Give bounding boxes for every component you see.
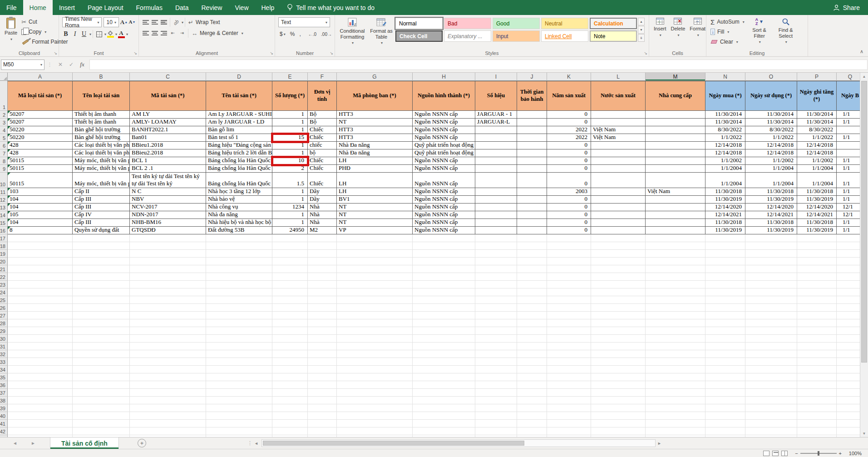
row-header-1[interactable]: 1 bbox=[0, 81, 8, 111]
cell-J39[interactable] bbox=[517, 404, 547, 412]
cell-D20[interactable] bbox=[206, 258, 272, 265]
cell-L37[interactable] bbox=[591, 389, 646, 397]
cell-N23[interactable] bbox=[705, 281, 745, 288]
cell-A3[interactable]: 50207 bbox=[8, 119, 73, 126]
cell-B28[interactable] bbox=[73, 319, 130, 327]
row-header-4[interactable]: 4 bbox=[0, 126, 8, 134]
clear-button[interactable]: Clear▾ bbox=[709, 37, 746, 47]
cell-J30[interactable] bbox=[517, 335, 547, 343]
cell-F11[interactable]: Dãy bbox=[308, 188, 337, 196]
cell-E33[interactable] bbox=[272, 358, 308, 366]
cell-F24[interactable] bbox=[308, 288, 337, 296]
cell-B9[interactable]: Máy móc, thiết bị văn p bbox=[73, 165, 130, 173]
row-header-6[interactable]: 6 bbox=[0, 142, 8, 149]
cell-L14[interactable] bbox=[591, 211, 646, 219]
cell-B6[interactable]: Các loại thiết bị văn ph bbox=[73, 142, 130, 149]
cell-K5[interactable]: 2022 bbox=[547, 134, 591, 142]
cell-C20[interactable] bbox=[130, 258, 206, 265]
cell-N32[interactable] bbox=[705, 350, 745, 358]
highlighted-cell-E5[interactable]: 15 bbox=[272, 134, 308, 142]
cell-N33[interactable] bbox=[705, 358, 745, 366]
cell-N36[interactable] bbox=[705, 381, 745, 389]
cell-P42[interactable] bbox=[797, 427, 837, 435]
paste-button[interactable]: Paste ▾ bbox=[2, 17, 20, 42]
cell-F18[interactable] bbox=[308, 242, 337, 250]
cell-L7[interactable] bbox=[591, 149, 646, 157]
cell-E9[interactable]: 2 bbox=[272, 165, 308, 173]
cell-N7[interactable]: 12/14/2018 bbox=[705, 149, 745, 157]
cell-O35[interactable] bbox=[745, 373, 797, 381]
cell-N25[interactable] bbox=[705, 296, 745, 304]
cell-L39[interactable] bbox=[591, 404, 646, 412]
row-header-31[interactable]: 31 bbox=[0, 343, 8, 350]
cell-H4[interactable]: Nguồn NSNN cấp bbox=[413, 126, 475, 134]
cell-D15[interactable]: Nhà hiệu bộ và nhà học bộ 1 bbox=[206, 219, 272, 227]
cell-Q41[interactable] bbox=[837, 420, 860, 427]
cell-N41[interactable] bbox=[705, 420, 745, 427]
cell-D41[interactable] bbox=[206, 420, 272, 427]
cell-F2[interactable]: Bộ bbox=[308, 111, 337, 119]
cell-G26[interactable] bbox=[337, 304, 413, 312]
cell-F40[interactable] bbox=[308, 412, 337, 420]
cell-I37[interactable] bbox=[475, 389, 517, 397]
cell-P3[interactable]: 11/30/2014 bbox=[797, 119, 837, 126]
cell-I34[interactable] bbox=[475, 366, 517, 373]
cell-L23[interactable] bbox=[591, 281, 646, 288]
cell-D12[interactable]: Nhà bảo vệ bbox=[206, 196, 272, 204]
cell-M32[interactable] bbox=[646, 350, 705, 358]
cell-B10[interactable]: Máy móc, thiết bị văn p bbox=[73, 173, 130, 188]
cell-N35[interactable] bbox=[705, 373, 745, 381]
increase-font-button[interactable]: A▲ bbox=[120, 17, 128, 27]
cell-K35[interactable] bbox=[547, 373, 591, 381]
cell-C39[interactable] bbox=[130, 404, 206, 412]
cell-C30[interactable] bbox=[130, 335, 206, 343]
cell-Q27[interactable] bbox=[837, 312, 860, 319]
cell-J27[interactable] bbox=[517, 312, 547, 319]
cell-O17[interactable] bbox=[745, 234, 797, 242]
cell-K34[interactable] bbox=[547, 366, 591, 373]
cell-O27[interactable] bbox=[745, 312, 797, 319]
cell-F3[interactable]: Bộ bbox=[308, 119, 337, 126]
currency-button[interactable]: $▾ bbox=[277, 29, 288, 39]
cell-H41[interactable] bbox=[413, 420, 475, 427]
select-all-corner[interactable] bbox=[0, 73, 8, 81]
cell-B14[interactable]: Cấp IV bbox=[73, 211, 130, 219]
column-header-F[interactable]: F bbox=[308, 73, 337, 81]
cell-J15[interactable] bbox=[517, 219, 547, 227]
cell-O2[interactable]: 11/30/2014 bbox=[745, 111, 797, 119]
align-top-button[interactable] bbox=[141, 17, 150, 27]
decrease-indent-button[interactable]: ⇤ bbox=[168, 28, 178, 38]
cell-K7[interactable]: 0 bbox=[547, 149, 591, 157]
cell-F19[interactable] bbox=[308, 250, 337, 258]
cell-E29[interactable] bbox=[272, 327, 308, 335]
cell-L26[interactable] bbox=[591, 304, 646, 312]
cell-E13[interactable]: 1234 bbox=[272, 204, 308, 211]
cell-G9[interactable]: PHĐ bbox=[337, 165, 413, 173]
cell-G13[interactable]: NT bbox=[337, 204, 413, 211]
cell-Q5[interactable]: 1/1 bbox=[837, 134, 860, 142]
cell-B3[interactable]: Thiết bị âm thanh bbox=[73, 119, 130, 126]
cell-N12[interactable]: 11/30/2019 bbox=[705, 196, 745, 204]
cell-E2[interactable]: 1 bbox=[272, 111, 308, 119]
cell-N10[interactable]: 1/1/2004 bbox=[705, 173, 745, 188]
font-color-button[interactable]: A bbox=[117, 30, 125, 38]
cell-O31[interactable] bbox=[745, 343, 797, 350]
cell-A14[interactable]: 105 bbox=[8, 211, 73, 219]
collapse-ribbon-button[interactable]: ∧ bbox=[860, 49, 863, 55]
cell-A22[interactable] bbox=[8, 273, 73, 281]
cell-G37[interactable] bbox=[337, 389, 413, 397]
cell-O33[interactable] bbox=[745, 358, 797, 366]
cell-Q33[interactable] bbox=[837, 358, 860, 366]
cell-F35[interactable] bbox=[308, 373, 337, 381]
cell-O23[interactable] bbox=[745, 281, 797, 288]
cell-F34[interactable] bbox=[308, 366, 337, 373]
new-sheet-button[interactable]: + bbox=[138, 439, 146, 447]
cell-K11[interactable]: 2003 bbox=[547, 188, 591, 196]
cell-J38[interactable] bbox=[517, 397, 547, 404]
cell-B36[interactable] bbox=[73, 381, 130, 389]
cell-C40[interactable] bbox=[130, 412, 206, 420]
column-header-H[interactable]: H bbox=[413, 73, 475, 81]
cell-Q3[interactable]: 1/1 bbox=[837, 119, 860, 126]
cell-K19[interactable] bbox=[547, 250, 591, 258]
cell-B39[interactable] bbox=[73, 404, 130, 412]
